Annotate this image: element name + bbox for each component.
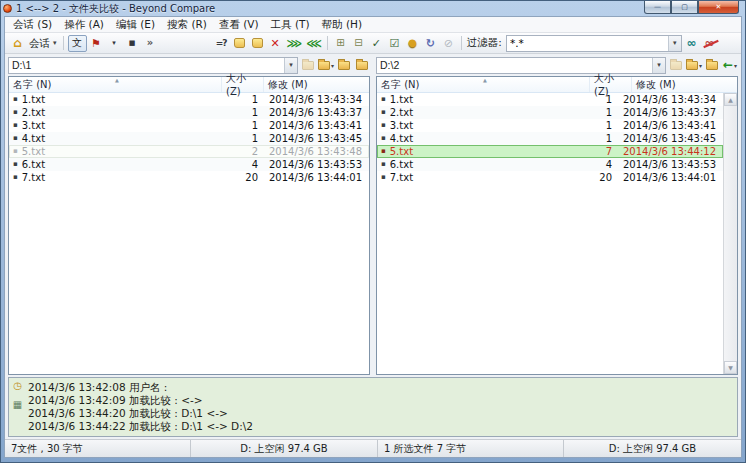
file-modified: 2014/3/6 13:43:45 <box>617 133 723 144</box>
file-row[interactable]: ▪4.txt 1 2014/3/6 13:43:45 <box>9 132 369 145</box>
log-icon-column: ◷ ▦ <box>9 378 26 436</box>
file-size: 20 <box>221 172 263 183</box>
view-mode-button[interactable]: 文 <box>68 35 87 52</box>
chevron-down-icon: ▾ <box>331 62 334 69</box>
scroll-up-button[interactable]: ▲ <box>724 93 737 106</box>
file-row[interactable]: ▪7.txt 20 2014/3/6 13:44:01 <box>9 171 369 184</box>
menu-view[interactable]: 查看 (V) <box>213 17 265 33</box>
right-path-input[interactable] <box>377 59 652 71</box>
left-open-folder-button[interactable] <box>336 57 352 73</box>
sync-to-right-button[interactable]: ⋙ <box>285 35 304 52</box>
left-rows: ▪1.txt 1 2014/3/6 13:43:34 ▪2.txt 1 2014… <box>9 93 369 374</box>
sessions-dropdown-button[interactable]: 会话 ▾ <box>27 35 59 52</box>
marker-triangle-button[interactable]: ▾ <box>106 35 123 52</box>
file-modified: 2014/3/6 13:43:45 <box>263 133 369 144</box>
file-row[interactable]: ▪2.txt 1 2014/3/6 13:43:37 <box>9 106 369 119</box>
folder-up-icon <box>356 61 368 70</box>
status-left-file-count: 7文件 , 30 字节 <box>5 440 191 457</box>
left-browse-folder-button[interactable]: ▾ <box>318 57 334 73</box>
stop-button[interactable]: ⊘ <box>440 35 457 52</box>
folder-icon <box>686 61 698 70</box>
toolbar-separator <box>461 36 462 50</box>
menu-actions[interactable]: 操作 (A) <box>58 17 110 33</box>
right-header-size[interactable]: 大小 (Z) <box>589 77 631 92</box>
window-controls: — ▢ ✕ <box>644 1 739 14</box>
home-button[interactable]: ⌂ <box>9 35 26 52</box>
copy-to-right-button[interactable] <box>231 35 248 52</box>
select-files-button[interactable]: ✓ <box>368 35 385 52</box>
file-icon: ▪ <box>13 148 18 155</box>
file-modified: 2014/3/6 13:43:41 <box>617 120 723 131</box>
file-row[interactable]: ▪4.txt 1 2014/3/6 13:43:45 <box>377 132 723 145</box>
right-open-folder-button[interactable] <box>704 57 720 73</box>
menubar: 会话 (S) 操作 (A) 编辑 (E) 搜索 (R) 查看 (V) 工具 (T… <box>5 17 741 33</box>
expand-all-button[interactable]: ⊞ <box>332 35 349 52</box>
back-arrow-icon: ← <box>723 58 733 72</box>
app-icon[interactable] <box>3 4 12 13</box>
rules-flag-icon: ⚑ <box>91 38 101 49</box>
column-label: 大小 (Z) <box>226 72 259 97</box>
marker-square-button[interactable]: ■ <box>124 35 141 52</box>
toggle-selection-button[interactable]: ☑ <box>386 35 403 52</box>
left-path-input[interactable] <box>9 59 284 71</box>
filter-dropdown-button[interactable]: ▾ <box>668 36 681 51</box>
file-row[interactable]: ▪1.txt 1 2014/3/6 13:43:34 <box>377 93 723 106</box>
close-button[interactable]: ✕ <box>698 1 739 14</box>
filter-input[interactable] <box>507 37 668 49</box>
refresh-button[interactable]: ↻ <box>422 35 439 52</box>
delete-button[interactable]: ✕ <box>267 35 284 52</box>
left-header-modified[interactable]: 修改 (M) <box>263 77 369 92</box>
left-folder-disabled-button[interactable] <box>300 57 316 73</box>
session-settings-button[interactable]: ● <box>404 35 421 52</box>
compare-contents-button[interactable]: =? <box>213 35 230 52</box>
show-all-button[interactable]: ∞ <box>683 35 700 52</box>
right-folder-disabled-button[interactable] <box>668 57 684 73</box>
file-name: 6.txt <box>22 159 45 170</box>
menu-session[interactable]: 会话 (S) <box>7 17 58 33</box>
right-header-name[interactable]: 名字 (N) ▲ <box>377 77 589 92</box>
right-path-dropdown-button[interactable]: ▾ <box>652 58 665 73</box>
left-header-size[interactable]: 大小 (Z) <box>221 77 263 92</box>
sync-left-icon: ⋘ <box>306 38 321 49</box>
file-name-cell: ▪5.txt <box>9 146 221 157</box>
copy-to-left-button[interactable] <box>249 35 266 52</box>
expand-all-icon: ⊞ <box>336 38 344 48</box>
file-size: 20 <box>575 172 617 183</box>
menu-tools[interactable]: 工具 (T) <box>265 17 316 33</box>
right-scrollbar[interactable]: ▲ ▼ <box>723 93 737 374</box>
file-name-cell: ▪3.txt <box>377 120 575 131</box>
left-header-name[interactable]: 名字 (N) ▲ <box>9 77 221 92</box>
file-row[interactable]: ▪6.txt 4 2014/3/6 13:43:53 <box>377 158 723 171</box>
left-path-dropdown-button[interactable]: ▾ <box>284 58 297 73</box>
minimize-button[interactable]: — <box>644 1 671 14</box>
file-name-cell: ▪1.txt <box>9 94 221 105</box>
right-back-button[interactable]: ←▾ <box>722 57 738 73</box>
right-header-modified[interactable]: 修改 (M) <box>631 77 737 92</box>
file-row[interactable]: ▪3.txt 1 2014/3/6 13:43:41 <box>9 119 369 132</box>
file-row[interactable]: ▪7.txt 20 2014/3/6 13:44:01 <box>377 171 723 184</box>
maximize-button[interactable]: ▢ <box>671 1 698 14</box>
menu-help[interactable]: 帮助 (H) <box>316 17 368 33</box>
folder-icon <box>338 61 350 70</box>
file-row[interactable]: ▪1.txt 1 2014/3/6 13:43:34 <box>9 93 369 106</box>
folder-icon <box>318 61 330 70</box>
file-row[interactable]: ▪3.txt 1 2014/3/6 13:43:41 <box>377 119 723 132</box>
file-row[interactable]: ▪2.txt 1 2014/3/6 13:43:37 <box>377 106 723 119</box>
menu-search[interactable]: 搜索 (R) <box>161 17 213 33</box>
file-size: 2 <box>221 146 263 157</box>
file-row-older[interactable]: ▪5.txt 2 2014/3/6 13:43:48 <box>9 145 369 158</box>
left-parent-folder-button[interactable] <box>354 57 370 73</box>
right-browse-folder-button[interactable]: ▾ <box>686 57 702 73</box>
rules-button[interactable]: ⚑ <box>88 35 105 52</box>
file-icon: ▪ <box>381 96 386 103</box>
collapse-all-button[interactable]: ⊟ <box>350 35 367 52</box>
menu-edit[interactable]: 编辑 (E) <box>110 17 161 33</box>
toolbar-overflow-button[interactable]: » <box>142 35 159 52</box>
sync-to-left-button[interactable]: ⋘ <box>304 35 323 52</box>
file-row[interactable]: ▪6.txt 4 2014/3/6 13:43:53 <box>9 158 369 171</box>
hide-items-button[interactable]: ∞ <box>701 35 718 52</box>
file-row-selected-newer[interactable]: ▪5.txt 7 2014/3/6 13:44:12 <box>377 145 723 158</box>
right-file-list: 名字 (N) ▲ 大小 (Z) 修改 (M) ▪1.txt 1 2014/3/6… <box>376 76 738 375</box>
chevron-down-icon: ▾ <box>53 40 57 47</box>
scroll-down-button[interactable]: ▼ <box>724 361 737 374</box>
